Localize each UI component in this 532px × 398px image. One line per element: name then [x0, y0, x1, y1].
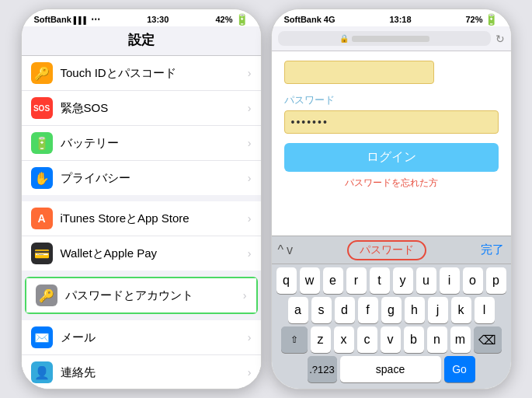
settings-item-battery[interactable]: 🔋 バッテリー › — [22, 126, 261, 161]
key-k[interactable]: k — [451, 297, 471, 323]
username-field[interactable] — [284, 61, 434, 84]
kb-row-4: .?123 space Go — [273, 356, 509, 382]
settings-item-passwords[interactable]: 🔑 パスワードとアカウント › — [26, 278, 256, 312]
key-c[interactable]: c — [357, 326, 377, 353]
battery-left: 42% 🔋 — [215, 13, 248, 26]
keyboard-container: ^ v パスワード 完了 q w e r t y u i o p — [272, 236, 511, 389]
key-j[interactable]: j — [428, 297, 448, 323]
touchid-icon: 🔑 — [31, 62, 53, 84]
settings-section-1: 🔑 Touch IDとパスコード › SOS 緊急SOS › 🔋 バッテリー ›… — [22, 56, 261, 195]
chevron-icon: › — [248, 366, 252, 379]
chevron-icon: › — [248, 247, 252, 260]
key-d[interactable]: d — [335, 297, 355, 323]
keyboard-password-label: パスワード — [347, 240, 426, 260]
carrier-left: SoftBank ▌▌▌ ⋯ — [34, 14, 101, 25]
time-right: 13:18 — [389, 15, 411, 24]
appstore-label: iTunes StoreとApp Store — [61, 211, 248, 226]
key-e[interactable]: e — [323, 267, 343, 294]
settings-item-privacy[interactable]: ✋ プライバシー › — [22, 161, 261, 195]
sos-label: 緊急SOS — [61, 101, 248, 116]
privacy-icon: ✋ — [31, 167, 53, 189]
up-arrow[interactable]: ^ — [278, 243, 284, 257]
url-bar[interactable]: 🔒 — [278, 31, 491, 46]
password-dots: ••••••• — [291, 116, 329, 128]
key-h[interactable]: h — [405, 297, 425, 323]
settings-section-passwords: 🔑 パスワードとアカウント › — [25, 277, 258, 314]
key-s[interactable]: s — [311, 297, 332, 323]
keyboard-keys: q w e r t y u i o p a s d f g h — [272, 264, 511, 389]
key-u[interactable]: u — [416, 267, 436, 294]
toolbar-navigation: ^ v — [278, 243, 294, 257]
settings-item-touchid[interactable]: 🔑 Touch IDとパスコード › — [22, 56, 261, 91]
lock-icon: 🔒 — [339, 34, 349, 43]
chevron-icon: › — [248, 67, 252, 79]
mail-icon: ✉️ — [31, 326, 53, 348]
key-a[interactable]: a — [288, 297, 308, 323]
key-go[interactable]: Go — [444, 356, 475, 382]
privacy-label: プライバシー — [61, 171, 248, 186]
chevron-icon: › — [248, 172, 252, 184]
key-v[interactable]: v — [381, 326, 401, 353]
key-b[interactable]: b — [404, 326, 424, 353]
login-button[interactable]: ログイン — [284, 143, 499, 172]
key-t[interactable]: t — [370, 267, 390, 294]
time-left: 13:30 — [147, 15, 169, 24]
key-space[interactable]: space — [340, 356, 441, 382]
settings-item-mail[interactable]: ✉️ メール › — [22, 320, 261, 355]
status-bar-right: SoftBank 4G 13:18 72% 🔋 — [272, 9, 511, 26]
refresh-button[interactable]: ↻ — [495, 33, 505, 45]
appstore-icon: A — [31, 208, 53, 229]
key-l[interactable]: l — [475, 297, 495, 323]
kb-row-2: a s d f g h j k l — [273, 297, 509, 323]
key-shift[interactable]: ⇧ — [281, 326, 308, 353]
chevron-icon: › — [248, 102, 252, 114]
passwords-label: パスワードとアカウント — [65, 288, 243, 303]
password-icon: 🔑 — [36, 285, 57, 306]
settings-item-appstore[interactable]: A iTunes StoreとApp Store › — [22, 201, 261, 236]
keyboard-done-button[interactable]: 完了 — [481, 243, 504, 257]
key-w[interactable]: w — [300, 267, 320, 294]
touchid-label: Touch IDとパスコード — [61, 66, 248, 81]
key-o[interactable]: o — [463, 267, 483, 294]
contacts-label: 連絡先 — [61, 365, 248, 380]
settings-section-2: A iTunes StoreとApp Store › 💳 WalletとAppl… — [22, 201, 261, 271]
key-x[interactable]: x — [334, 326, 354, 353]
kb-row-1: q w e r t y u i o p — [273, 267, 509, 294]
key-g[interactable]: g — [381, 297, 402, 323]
settings-item-sos[interactable]: SOS 緊急SOS › — [22, 91, 261, 126]
battery-label: バッテリー — [61, 136, 248, 151]
battery-icon-settings: 🔋 — [31, 132, 53, 154]
contacts-icon: 👤 — [31, 361, 53, 383]
chevron-icon: › — [248, 331, 252, 344]
key-q[interactable]: q — [276, 267, 297, 294]
key-n[interactable]: n — [427, 326, 447, 353]
settings-title: 設定 — [128, 33, 155, 47]
status-bar-left: SoftBank ▌▌▌ ⋯ 13:30 42% 🔋 — [22, 9, 261, 26]
key-z[interactable]: z — [311, 326, 331, 353]
password-field[interactable]: ••••••• — [284, 110, 499, 134]
password-label: パスワード — [284, 93, 499, 107]
key-delete[interactable]: ⌫ — [474, 326, 502, 353]
key-numbers[interactable]: .?123 — [308, 356, 337, 382]
key-m[interactable]: m — [450, 326, 471, 353]
carrier-right: SoftBank 4G — [284, 15, 336, 24]
settings-item-contacts[interactable]: 👤 連絡先 › — [22, 355, 261, 389]
browser-content: パスワード ••••••• ログイン パスワードを忘れた方 — [272, 51, 511, 236]
key-y[interactable]: y — [393, 267, 413, 294]
chevron-icon: › — [248, 212, 252, 225]
keyboard-toolbar: ^ v パスワード 完了 — [272, 236, 511, 264]
sos-icon: SOS — [31, 97, 53, 119]
key-p[interactable]: p — [486, 267, 506, 294]
key-i[interactable]: i — [440, 267, 460, 294]
wallet-label: WalletとApple Pay — [61, 246, 248, 261]
down-arrow[interactable]: v — [287, 243, 293, 257]
wallet-icon: 💳 — [31, 243, 53, 264]
key-r[interactable]: r — [346, 267, 367, 294]
settings-item-wallet[interactable]: 💳 WalletとApple Pay › — [22, 236, 261, 271]
key-f[interactable]: f — [358, 297, 378, 323]
chevron-icon: › — [243, 289, 247, 302]
url-placeholder — [352, 36, 429, 42]
mail-label: メール — [61, 330, 248, 345]
battery-right: 72% 🔋 — [465, 13, 498, 26]
forgot-password-link[interactable]: パスワードを忘れた方 — [284, 176, 499, 190]
